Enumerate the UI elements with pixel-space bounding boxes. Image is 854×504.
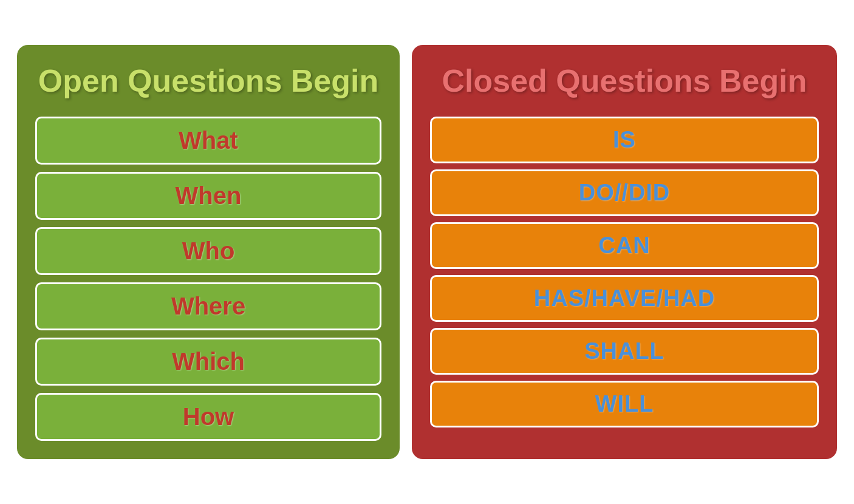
open-item-label: Where xyxy=(171,293,245,319)
closed-item-label: IS xyxy=(613,127,636,152)
open-list-item: What xyxy=(35,117,381,165)
closed-item-label: DO//DID xyxy=(579,180,671,205)
closed-item-label: CAN xyxy=(598,233,650,258)
closed-list-item: SHALL xyxy=(430,328,819,375)
closed-item-label: WILL xyxy=(595,391,654,417)
open-item-label: Who xyxy=(182,237,235,264)
closed-list-item: WILL xyxy=(430,381,819,427)
closed-list-item: CAN xyxy=(430,222,819,269)
closed-list-item: DO//DID xyxy=(430,169,819,216)
open-questions-title: Open Questions Begin xyxy=(38,63,379,100)
closed-list-item: HAS/HAVE/HAD xyxy=(430,275,819,322)
open-questions-panel: Open Questions Begin WhatWhenWhoWhereWhi… xyxy=(17,45,400,459)
closed-questions-panel: Closed Questions Begin ISDO//DIDCANHAS/H… xyxy=(412,45,837,459)
closed-item-label: SHALL xyxy=(584,338,664,364)
open-list-item: Which xyxy=(35,338,381,386)
open-list-item: Who xyxy=(35,227,381,275)
open-items-list: WhatWhenWhoWhereWhichHow xyxy=(35,117,381,441)
closed-list-item: IS xyxy=(430,117,819,163)
closed-item-label: HAS/HAVE/HAD xyxy=(534,285,715,311)
open-list-item: Where xyxy=(35,282,381,330)
main-container: Open Questions Begin WhatWhenWhoWhereWhi… xyxy=(5,33,849,471)
closed-items-list: ISDO//DIDCANHAS/HAVE/HADSHALLWILL xyxy=(430,117,819,427)
open-item-label: What xyxy=(179,127,238,154)
open-item-label: When xyxy=(176,182,242,209)
open-list-item: How xyxy=(35,393,381,441)
open-list-item: When xyxy=(35,172,381,220)
open-item-label: How xyxy=(183,403,234,430)
closed-questions-title: Closed Questions Begin xyxy=(442,63,807,100)
open-item-label: Which xyxy=(172,348,245,375)
